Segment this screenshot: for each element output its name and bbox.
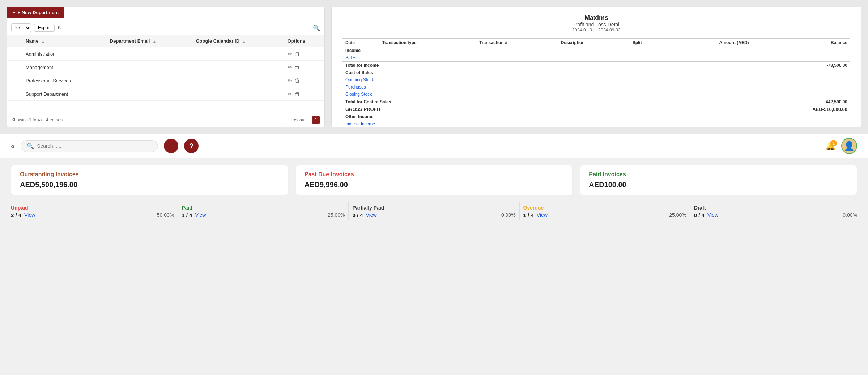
stat-pct-partial: 0.00% bbox=[501, 212, 516, 218]
row-name: Support Department bbox=[21, 87, 106, 101]
edit-icon[interactable]: ✏ bbox=[288, 51, 292, 57]
stat-count-overdue: 1 / 4 bbox=[523, 212, 534, 218]
row-label: Cost of Sales bbox=[342, 69, 752, 76]
notification-button[interactable]: 🔔 1 bbox=[826, 141, 835, 151]
profit-loss-table: Date Transaction type Transaction # Desc… bbox=[342, 38, 850, 127]
report-row: Total for Cost of Sales 442,500.00 bbox=[342, 98, 850, 106]
past-due-card-amount: AED9,996.00 bbox=[305, 181, 564, 189]
stat-divider bbox=[690, 202, 690, 220]
col-balance: Balance bbox=[752, 39, 850, 47]
row-balance bbox=[752, 69, 850, 76]
edit-icon[interactable]: ✏ bbox=[288, 78, 292, 83]
report-row: Sales bbox=[342, 54, 850, 62]
col-txn-type: Transaction type bbox=[379, 39, 476, 47]
row-email bbox=[106, 61, 192, 74]
profit-loss-panel: Maxims Profit and Loss Detail 2024-01-01… bbox=[331, 7, 861, 127]
edit-icon[interactable]: ✏ bbox=[288, 91, 292, 97]
row-gcal bbox=[191, 47, 283, 61]
delete-icon[interactable]: 🗑 bbox=[295, 64, 300, 70]
export-button[interactable]: Export bbox=[34, 24, 55, 32]
row-label: GROSS PROFIT bbox=[342, 105, 752, 113]
table-search-button[interactable]: 🔍 bbox=[313, 25, 320, 31]
row-balance bbox=[752, 76, 850, 83]
row-balance: -73,500.00 bbox=[752, 62, 850, 69]
table-row: Management ✏ 🗑 bbox=[7, 61, 324, 74]
report-row: Income bbox=[342, 47, 850, 55]
previous-page-button[interactable]: Previous bbox=[286, 116, 311, 124]
collapse-button[interactable]: « bbox=[11, 142, 15, 150]
stat-count-partial: 0 / 4 bbox=[352, 212, 363, 218]
stat-pct-unpaid: 50.00% bbox=[157, 212, 174, 218]
row-label[interactable]: Purchases bbox=[342, 83, 752, 91]
row-gcal bbox=[191, 74, 283, 87]
edit-icon[interactable]: ✏ bbox=[288, 64, 292, 70]
past-due-card[interactable]: Past Due Invoices AED9,996.00 bbox=[295, 165, 573, 195]
stat-pct-draft: 0.00% bbox=[843, 212, 857, 218]
stat-details-unpaid: 2 / 4 View 50.00% bbox=[11, 212, 174, 218]
avatar-button[interactable]: 👤 bbox=[841, 138, 857, 154]
per-page-select[interactable]: 25 50 100 bbox=[11, 23, 31, 32]
row-label: Other Income bbox=[342, 113, 752, 120]
report-row: GROSS PROFIT AED-516,000.00 bbox=[342, 105, 850, 113]
stat-view-overdue[interactable]: View bbox=[537, 212, 548, 218]
table-footer: Showing 1 to 4 of 4 entries Previous 1 bbox=[7, 113, 324, 127]
row-label: Total for Income bbox=[342, 62, 752, 69]
department-table: Name ▲ Department Email ▲ Google Calenda… bbox=[7, 35, 324, 101]
stat-label-partial: Partially Paid bbox=[352, 205, 515, 211]
delete-icon[interactable]: 🗑 bbox=[295, 91, 300, 97]
report-row: Opening Stock bbox=[342, 76, 850, 83]
row-label[interactable]: Indirect Income bbox=[342, 120, 752, 127]
outstanding-card[interactable]: Outstanding Invoices AED5,500,196.00 bbox=[11, 165, 288, 195]
stat-view-draft[interactable]: View bbox=[707, 212, 718, 218]
paid-card-amount: AED100.00 bbox=[589, 181, 848, 189]
row-checkbox bbox=[7, 61, 21, 74]
row-label[interactable]: Opening Stock bbox=[342, 76, 752, 83]
add-button[interactable]: + bbox=[164, 139, 178, 153]
report-row: Purchases bbox=[342, 83, 850, 91]
bottom-section: « 🔍 + ? 🔔 1 👤 Outstanding Invoices AED5,… bbox=[0, 134, 868, 375]
delete-icon[interactable]: 🗑 bbox=[295, 78, 300, 83]
row-balance bbox=[752, 113, 850, 120]
bottom-header: « 🔍 + ? 🔔 1 👤 bbox=[0, 134, 868, 158]
row-label[interactable]: Sales bbox=[342, 54, 752, 62]
table-row: Support Department ✏ 🗑 bbox=[7, 87, 324, 101]
company-name: Maxims bbox=[342, 14, 850, 22]
stat-details-draft: 0 / 4 View 0.00% bbox=[694, 212, 857, 218]
stat-divider bbox=[178, 202, 178, 220]
stat-count-unpaid: 2 / 4 bbox=[11, 212, 21, 218]
new-department-button[interactable]: + + New Department bbox=[7, 7, 64, 18]
report-row: Closing Stock bbox=[342, 91, 850, 98]
col-options: Options bbox=[283, 35, 324, 47]
past-due-card-title: Past Due Invoices bbox=[305, 171, 564, 178]
invoice-cards-section: Outstanding Invoices AED5,500,196.00 Pas… bbox=[0, 158, 868, 199]
row-email bbox=[106, 47, 192, 61]
stat-view-paid[interactable]: View bbox=[195, 212, 206, 218]
table-controls: 25 50 100 Export ↻ 🔍 bbox=[7, 21, 324, 35]
stat-view-unpaid[interactable]: View bbox=[24, 212, 35, 218]
plus-icon: + bbox=[13, 10, 16, 15]
row-balance bbox=[752, 91, 850, 98]
paid-card[interactable]: Paid Invoices AED100.00 bbox=[580, 165, 857, 195]
notification-badge: 1 bbox=[830, 140, 837, 146]
current-page: 1 bbox=[312, 116, 320, 124]
search-input[interactable] bbox=[37, 143, 109, 149]
col-date: Date bbox=[342, 39, 379, 47]
row-checkbox bbox=[7, 87, 21, 101]
report-name: Profit and Loss Detail bbox=[342, 22, 850, 27]
col-gcal: Google Calendar ID ▲ bbox=[191, 35, 283, 47]
row-actions: ✏ 🗑 bbox=[283, 87, 324, 101]
table-row: Professional Services ✏ 🗑 bbox=[7, 74, 324, 87]
refresh-button[interactable]: ↻ bbox=[58, 25, 62, 31]
stat-overdue: Overdue 1 / 4 View 25.00% bbox=[523, 205, 686, 218]
row-actions: ✏ 🗑 bbox=[283, 74, 324, 87]
stat-view-partial[interactable]: View bbox=[366, 212, 377, 218]
help-button[interactable]: ? bbox=[184, 139, 199, 153]
delete-icon[interactable]: 🗑 bbox=[295, 51, 300, 57]
stat-unpaid: Unpaid 2 / 4 View 50.00% bbox=[11, 205, 174, 218]
stat-draft: Draft 0 / 4 View 0.00% bbox=[694, 205, 857, 218]
row-label[interactable]: Closing Stock bbox=[342, 91, 752, 98]
row-actions: ✏ 🗑 bbox=[283, 61, 324, 74]
report-date-range: 2024-01-01 - 2024-09-02 bbox=[342, 27, 850, 33]
row-name: Administration bbox=[21, 47, 106, 61]
col-split: Split bbox=[630, 39, 666, 47]
